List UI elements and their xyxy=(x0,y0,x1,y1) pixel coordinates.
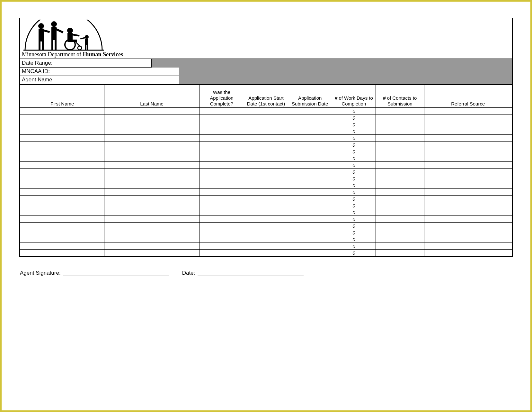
cell-work-days[interactable]: 0 xyxy=(332,175,376,182)
cell-referral[interactable] xyxy=(424,155,512,162)
cell-work-days[interactable]: 0 xyxy=(332,155,376,162)
cell-submit-date[interactable] xyxy=(288,114,332,121)
cell-last-name[interactable] xyxy=(104,243,199,250)
cell-submit-date[interactable] xyxy=(288,209,332,216)
cell-start-date[interactable] xyxy=(244,128,288,135)
cell-start-date[interactable] xyxy=(244,155,288,162)
cell-start-date[interactable] xyxy=(244,250,288,256)
cell-first-name[interactable] xyxy=(20,236,104,243)
cell-last-name[interactable] xyxy=(104,128,199,135)
cell-work-days[interactable]: 0 xyxy=(332,216,376,223)
cell-first-name[interactable] xyxy=(20,142,104,148)
cell-complete[interactable] xyxy=(199,196,244,202)
cell-work-days[interactable]: 0 xyxy=(332,162,376,169)
cell-first-name[interactable] xyxy=(20,229,104,236)
cell-last-name[interactable] xyxy=(104,135,199,142)
cell-submit-date[interactable] xyxy=(288,250,332,256)
cell-last-name[interactable] xyxy=(104,162,199,169)
cell-work-days[interactable]: 0 xyxy=(332,128,376,135)
cell-referral[interactable] xyxy=(424,135,512,142)
cell-work-days[interactable]: 0 xyxy=(332,148,376,155)
agent-name-field[interactable]: Agent Name: xyxy=(20,76,179,84)
cell-referral[interactable] xyxy=(424,182,512,189)
cell-referral[interactable] xyxy=(424,216,512,223)
cell-first-name[interactable] xyxy=(20,223,104,229)
cell-contacts[interactable] xyxy=(376,202,424,209)
cell-contacts[interactable] xyxy=(376,148,424,155)
cell-contacts[interactable] xyxy=(376,196,424,202)
cell-last-name[interactable] xyxy=(104,114,199,121)
cell-work-days[interactable]: 0 xyxy=(332,114,376,121)
cell-work-days[interactable]: 0 xyxy=(332,229,376,236)
cell-complete[interactable] xyxy=(199,148,244,155)
cell-work-days[interactable]: 0 xyxy=(332,135,376,142)
cell-submit-date[interactable] xyxy=(288,216,332,223)
cell-submit-date[interactable] xyxy=(288,155,332,162)
cell-contacts[interactable] xyxy=(376,182,424,189)
cell-start-date[interactable] xyxy=(244,108,288,114)
cell-last-name[interactable] xyxy=(104,216,199,223)
cell-work-days[interactable]: 0 xyxy=(332,250,376,256)
cell-referral[interactable] xyxy=(424,142,512,148)
cell-referral[interactable] xyxy=(424,128,512,135)
cell-last-name[interactable] xyxy=(104,108,199,114)
cell-first-name[interactable] xyxy=(20,182,104,189)
cell-start-date[interactable] xyxy=(244,196,288,202)
cell-complete[interactable] xyxy=(199,108,244,114)
cell-contacts[interactable] xyxy=(376,236,424,243)
date-range-field[interactable]: Date Range: xyxy=(20,59,152,68)
cell-last-name[interactable] xyxy=(104,229,199,236)
cell-referral[interactable] xyxy=(424,148,512,155)
cell-start-date[interactable] xyxy=(244,142,288,148)
cell-referral[interactable] xyxy=(424,243,512,250)
cell-referral[interactable] xyxy=(424,250,512,256)
cell-work-days[interactable]: 0 xyxy=(332,202,376,209)
cell-contacts[interactable] xyxy=(376,243,424,250)
date-signature-line[interactable] xyxy=(198,269,304,276)
cell-complete[interactable] xyxy=(199,189,244,196)
cell-submit-date[interactable] xyxy=(288,135,332,142)
cell-submit-date[interactable] xyxy=(288,236,332,243)
cell-start-date[interactable] xyxy=(244,209,288,216)
cell-first-name[interactable] xyxy=(20,155,104,162)
cell-referral[interactable] xyxy=(424,229,512,236)
cell-first-name[interactable] xyxy=(20,169,104,175)
cell-complete[interactable] xyxy=(199,135,244,142)
cell-complete[interactable] xyxy=(199,209,244,216)
cell-contacts[interactable] xyxy=(376,209,424,216)
cell-contacts[interactable] xyxy=(376,216,424,223)
mncaa-id-field[interactable]: MNCAA ID: xyxy=(20,68,179,76)
cell-first-name[interactable] xyxy=(20,128,104,135)
cell-contacts[interactable] xyxy=(376,223,424,229)
cell-referral[interactable] xyxy=(424,189,512,196)
cell-start-date[interactable] xyxy=(244,121,288,128)
cell-work-days[interactable]: 0 xyxy=(332,236,376,243)
cell-last-name[interactable] xyxy=(104,236,199,243)
cell-submit-date[interactable] xyxy=(288,108,332,114)
cell-referral[interactable] xyxy=(424,209,512,216)
cell-contacts[interactable] xyxy=(376,250,424,256)
cell-first-name[interactable] xyxy=(20,121,104,128)
cell-complete[interactable] xyxy=(199,223,244,229)
cell-contacts[interactable] xyxy=(376,175,424,182)
cell-first-name[interactable] xyxy=(20,209,104,216)
cell-referral[interactable] xyxy=(424,236,512,243)
cell-start-date[interactable] xyxy=(244,162,288,169)
cell-complete[interactable] xyxy=(199,128,244,135)
cell-work-days[interactable]: 0 xyxy=(332,121,376,128)
cell-complete[interactable] xyxy=(199,229,244,236)
cell-start-date[interactable] xyxy=(244,175,288,182)
cell-submit-date[interactable] xyxy=(288,128,332,135)
cell-contacts[interactable] xyxy=(376,229,424,236)
cell-start-date[interactable] xyxy=(244,169,288,175)
cell-contacts[interactable] xyxy=(376,135,424,142)
cell-complete[interactable] xyxy=(199,169,244,175)
cell-referral[interactable] xyxy=(424,114,512,121)
cell-complete[interactable] xyxy=(199,121,244,128)
cell-start-date[interactable] xyxy=(244,182,288,189)
cell-referral[interactable] xyxy=(424,196,512,202)
cell-contacts[interactable] xyxy=(376,155,424,162)
cell-work-days[interactable]: 0 xyxy=(332,108,376,114)
cell-submit-date[interactable] xyxy=(288,169,332,175)
cell-complete[interactable] xyxy=(199,114,244,121)
